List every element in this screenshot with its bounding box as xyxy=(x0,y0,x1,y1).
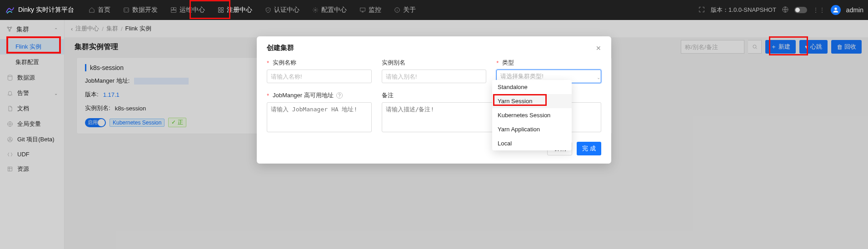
field-jmha: JobManger 高可用地址 ? xyxy=(267,91,372,134)
svg-rect-7 xyxy=(221,10,223,12)
ok-button[interactable]: 完 成 xyxy=(577,142,601,155)
dashboard-icon xyxy=(170,7,177,13)
grid-icon xyxy=(218,7,224,13)
info-icon xyxy=(394,7,400,13)
svg-rect-3 xyxy=(171,10,176,13)
gear-icon xyxy=(312,7,319,13)
svg-rect-6 xyxy=(219,10,220,12)
brand-title: Dinky 实时计算平台 xyxy=(18,6,74,14)
field-type: 类型 请选择集群类型! ⌄ xyxy=(496,59,601,83)
nav-ops[interactable]: 运维中心 xyxy=(164,0,211,20)
svg-point-12 xyxy=(834,8,837,10)
type-select-placeholder: 请选择集群类型! xyxy=(500,73,544,80)
alias-input[interactable] xyxy=(382,70,487,83)
close-icon[interactable]: ✕ xyxy=(596,45,601,52)
home-icon xyxy=(89,7,95,13)
question-icon[interactable]: ? xyxy=(336,92,343,99)
nav-home[interactable]: 首页 xyxy=(82,0,117,20)
divider-icon: ⋮⋮ xyxy=(813,6,825,14)
monitor-icon xyxy=(359,7,366,13)
svg-rect-5 xyxy=(221,8,223,10)
svg-rect-9 xyxy=(360,8,365,11)
type-dropdown: Standalone Yarn Session Kubernetes Sessi… xyxy=(492,80,572,150)
svg-rect-2 xyxy=(174,8,176,10)
svg-rect-1 xyxy=(171,8,174,10)
name-input[interactable] xyxy=(267,70,372,83)
shield-icon xyxy=(265,7,271,13)
dd-yarn-app[interactable]: Yarn Application xyxy=(492,122,572,136)
nav-dev-label: 数据开发 xyxy=(132,6,158,14)
nav-registry-label: 注册中心 xyxy=(227,6,252,14)
nav-about[interactable]: 关于 xyxy=(388,0,422,20)
nav-config[interactable]: 配置中心 xyxy=(306,0,353,20)
nav-monitor[interactable]: 监控 xyxy=(353,0,388,20)
dd-local[interactable]: Local xyxy=(492,136,572,150)
nav-auth[interactable]: 认证中心 xyxy=(259,0,306,20)
field-name: 实例名称 xyxy=(267,59,372,83)
field-name-label: 实例名称 xyxy=(267,59,372,67)
globe-icon[interactable] xyxy=(782,6,789,15)
field-alias-label: 实例别名 xyxy=(382,59,487,67)
field-type-label: 类型 xyxy=(496,59,601,67)
dd-k8s-session[interactable]: Kubernetes Session xyxy=(492,108,572,122)
nav-auth-label: 认证中心 xyxy=(274,6,299,14)
nav-config-label: 配置中心 xyxy=(321,6,347,14)
nav-ops-label: 运维中心 xyxy=(180,6,205,14)
modal-title: 创建集群 xyxy=(267,44,596,52)
username[interactable]: admin xyxy=(846,6,863,14)
topnav-right: 版本：1.0.0-SNAPSHOT ⋮⋮ admin xyxy=(698,5,863,15)
svg-rect-4 xyxy=(219,8,220,10)
brand: Dinky 实时计算平台 xyxy=(5,5,74,15)
nav-home-label: 首页 xyxy=(98,6,110,14)
field-alias: 实例别名 xyxy=(382,59,487,83)
avatar[interactable] xyxy=(831,5,841,15)
top-nav: Dinky 实时计算平台 首页 数据开发 运维中心 注册中心 认证中心 xyxy=(0,0,868,20)
dd-standalone[interactable]: Standalone xyxy=(492,80,572,94)
logo-icon xyxy=(5,5,15,15)
nav-monitor-label: 监控 xyxy=(369,6,381,14)
version-label: 版本：1.0.0-SNAPSHOT xyxy=(711,6,776,14)
theme-switch[interactable] xyxy=(794,7,807,13)
dd-yarn-session[interactable]: Yarn Session xyxy=(492,94,572,108)
chevron-down-icon: ⌄ xyxy=(597,75,600,80)
jmha-input[interactable] xyxy=(267,102,372,132)
field-jmha-label: JobManger 高可用地址 ? xyxy=(267,91,372,100)
fullscreen-icon[interactable] xyxy=(698,6,705,15)
code-icon xyxy=(123,7,130,13)
nav-registry[interactable]: 注册中心 xyxy=(211,0,259,20)
nav-about-label: 关于 xyxy=(403,6,416,14)
nav-dev[interactable]: 数据开发 xyxy=(117,0,164,20)
nav-items: 首页 数据开发 运维中心 注册中心 认证中心 配置中心 监控 xyxy=(82,0,422,20)
svg-point-8 xyxy=(314,9,316,11)
